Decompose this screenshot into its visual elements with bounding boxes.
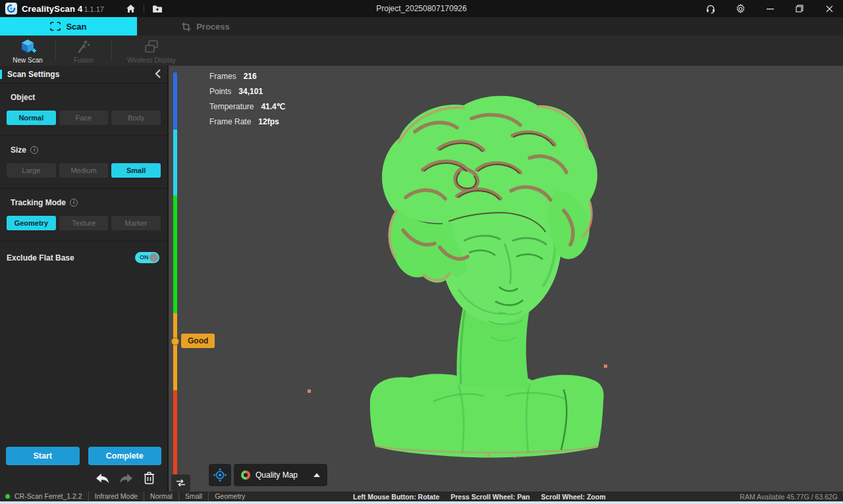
quality-segment-green bbox=[173, 195, 177, 313]
stat-temperature-label: Temperature bbox=[209, 102, 254, 111]
mode-tabs: Scan Process bbox=[0, 17, 843, 36]
tracking-info-icon[interactable]: i bbox=[70, 199, 78, 207]
status-mode: Infrared Mode bbox=[89, 491, 144, 501]
device-name: CR-Scan Ferret_1.2.2 bbox=[14, 491, 89, 501]
size-info-icon[interactable]: i bbox=[30, 146, 38, 154]
app-name: CrealityScan 4 bbox=[22, 4, 82, 14]
recenter-view-button[interactable] bbox=[209, 464, 231, 486]
trash-icon bbox=[143, 471, 155, 485]
device-status-dot bbox=[5, 494, 10, 499]
scan-frame-icon bbox=[50, 22, 61, 31]
statusbar: CR-Scan Ferret_1.2.2 Infrared Mode Norma… bbox=[0, 491, 843, 501]
stat-framerate-label: Frame Rate bbox=[209, 117, 251, 126]
process-crop-icon bbox=[181, 22, 191, 32]
ram-available: RAM Available 45.77G / 63.62G bbox=[740, 491, 838, 501]
size-section: Sizei Large Medium Small bbox=[0, 136, 167, 189]
wireless-display-icon bbox=[143, 38, 160, 55]
status-tracking: Geometry bbox=[209, 491, 251, 501]
close-icon[interactable] bbox=[819, 2, 839, 15]
quality-marker-dot bbox=[171, 338, 179, 345]
quality-map-donut-icon bbox=[241, 470, 250, 480]
start-button[interactable]: Start bbox=[6, 447, 80, 465]
wireless-display-label: Wireless Display bbox=[127, 57, 176, 64]
dropdown-caret-up-icon bbox=[313, 473, 320, 477]
toggle-knob bbox=[150, 253, 158, 262]
new-scan-label: New Scan bbox=[13, 57, 43, 64]
collapse-panel-chevron-icon[interactable] bbox=[155, 69, 161, 81]
status-object: Normal bbox=[144, 491, 179, 501]
wireless-display-button[interactable]: Wireless Display bbox=[112, 36, 191, 66]
object-label: Object bbox=[11, 93, 161, 102]
object-option-normal[interactable]: Normal bbox=[7, 111, 56, 125]
delete-scan-button[interactable] bbox=[143, 471, 155, 485]
object-option-body[interactable]: Body bbox=[111, 111, 161, 125]
complete-button[interactable]: Complete bbox=[88, 447, 162, 465]
swap-arrows-icon bbox=[176, 479, 186, 487]
titlebar-divider bbox=[144, 5, 144, 13]
quality-map-dropdown[interactable]: Quality Map bbox=[234, 464, 327, 486]
taskbar-edge bbox=[0, 501, 843, 504]
header-accent-bar bbox=[0, 70, 2, 79]
scan-toolbar: New Scan Fusion Wireless Display bbox=[0, 36, 843, 66]
exclude-flat-base-label: Exclude Flat Base bbox=[7, 253, 74, 263]
tracking-option-texture[interactable]: Texture bbox=[59, 216, 109, 230]
object-option-face[interactable]: Face bbox=[59, 111, 109, 125]
exclude-flat-base-toggle[interactable]: ON bbox=[135, 252, 159, 263]
object-section: Object Normal Face Body bbox=[0, 84, 167, 136]
size-option-medium[interactable]: Medium bbox=[59, 163, 109, 178]
toggle-state-label: ON bbox=[140, 254, 149, 261]
tracking-option-geometry[interactable]: Geometry bbox=[7, 216, 56, 230]
stat-frames-value: 216 bbox=[244, 72, 257, 81]
scan-stats: Frames216 Points34,101 Temperature41.4℃ … bbox=[209, 72, 285, 132]
fusion-label: Fusion bbox=[74, 57, 94, 64]
quality-map-label: Quality Map bbox=[256, 470, 308, 480]
settings-gear-icon[interactable] bbox=[730, 2, 750, 15]
tab-process-label: Process bbox=[196, 22, 230, 32]
size-option-large[interactable]: Large bbox=[7, 163, 56, 178]
restore-window-icon[interactable] bbox=[790, 2, 809, 15]
stat-temperature-value: 41.4℃ bbox=[261, 102, 285, 111]
stat-framerate-value: 12fps bbox=[258, 117, 279, 126]
tracking-mode-section: Tracking Modei Geometry Texture Marker bbox=[0, 189, 167, 241]
redo-button[interactable] bbox=[119, 472, 134, 484]
status-size: Small bbox=[179, 491, 209, 501]
undo-arrow-icon bbox=[94, 472, 110, 484]
open-project-folder-icon[interactable] bbox=[150, 2, 165, 15]
fusion-wand-icon bbox=[76, 38, 92, 55]
3d-viewport[interactable]: Frames216 Points34,101 Temperature41.4℃ … bbox=[169, 66, 843, 491]
quality-segment-blue bbox=[173, 72, 177, 130]
app-logo-icon bbox=[5, 3, 17, 14]
tab-scan-label: Scan bbox=[66, 22, 86, 32]
stat-points-label: Points bbox=[209, 87, 231, 96]
stat-points-value: 34,101 bbox=[238, 87, 263, 96]
new-scan-button[interactable]: New Scan bbox=[0, 36, 55, 66]
size-option-small[interactable]: Small bbox=[111, 163, 161, 178]
new-scan-cube-icon bbox=[19, 38, 37, 55]
quality-gradient-bar bbox=[173, 72, 177, 478]
quality-segment-red bbox=[173, 390, 177, 478]
fusion-button[interactable]: Fusion bbox=[56, 36, 111, 66]
3d-model-bust bbox=[360, 92, 616, 461]
toggle-quality-bar-button[interactable] bbox=[171, 474, 190, 491]
stat-frames-label: Frames bbox=[209, 72, 236, 81]
target-icon bbox=[213, 468, 227, 482]
stray-scan-point bbox=[308, 390, 311, 393]
quality-segment-cyan bbox=[173, 130, 177, 195]
titlebar: CrealityScan 41.1.17 Project_20250807170… bbox=[0, 0, 843, 17]
scan-settings-title: Scan Settings bbox=[7, 70, 59, 79]
app-window: CrealityScan 41.1.17 Project_20250807170… bbox=[0, 0, 843, 504]
tracking-option-marker[interactable]: Marker bbox=[111, 216, 161, 230]
undo-button[interactable] bbox=[94, 472, 110, 484]
minimize-icon[interactable] bbox=[760, 2, 780, 15]
hint-pan: Press Scroll Wheel: Pan bbox=[450, 493, 530, 501]
redo-arrow-icon bbox=[119, 472, 134, 484]
scan-settings-header: Scan Settings bbox=[0, 66, 167, 84]
quality-marker-badge: Good bbox=[181, 334, 215, 348]
tab-process[interactable]: Process bbox=[137, 17, 274, 36]
hint-rotate: Left Mouse Button: Rotate bbox=[353, 493, 439, 501]
tab-scan[interactable]: Scan bbox=[0, 17, 137, 36]
home-icon[interactable] bbox=[123, 2, 138, 15]
tracking-mode-label: Tracking Mode bbox=[11, 198, 66, 207]
support-headset-icon[interactable] bbox=[701, 2, 721, 15]
size-label: Size bbox=[11, 145, 26, 155]
